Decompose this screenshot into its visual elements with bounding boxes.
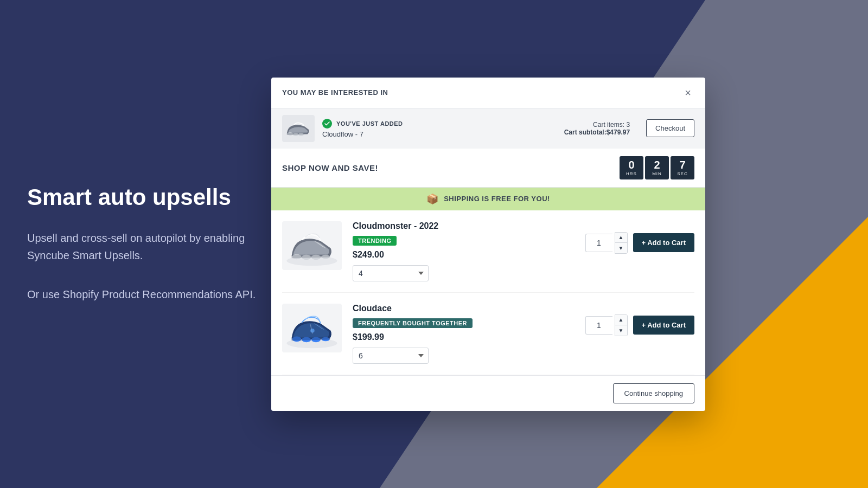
product-2-image: [282, 304, 342, 352]
check-icon: [322, 119, 332, 129]
product-1-qty-down[interactable]: ▼: [615, 243, 627, 253]
shop-save-row: SHOP NOW AND SAVE! 0 HRS 2 MIN 7 SEC: [271, 149, 705, 188]
cart-summary: Cart items: 3 Cart subtotal:$479.97: [564, 121, 630, 136]
seconds-block: 7 SEC: [671, 156, 694, 179]
modal-overlay: YOU MAY BE INTERESTED IN ×: [0, 0, 868, 488]
cart-items-label: Cart items: 3: [564, 121, 630, 129]
minutes-label: MIN: [650, 171, 663, 176]
product-1-image: [282, 221, 342, 270]
product-1-price: $249.00: [353, 250, 575, 260]
cart-subtotal-label: Cart subtotal:: [564, 129, 607, 136]
added-product-thumbnail: [282, 115, 315, 142]
cart-subtotal-value: $479.97: [607, 129, 630, 136]
product-2-details: Cloudace FREQUENTLY BOUGHT TOGETHER $199…: [353, 304, 575, 364]
modal-footer: Continue shopping: [271, 375, 705, 411]
seconds-value: 7: [676, 159, 689, 170]
product-1-actions: ▲ ▼ + Add to Cart: [585, 232, 695, 254]
product-2-qty-up[interactable]: ▲: [615, 315, 627, 325]
continue-shopping-button[interactable]: Continue shopping: [613, 383, 694, 403]
product-2-quantity-input[interactable]: [585, 316, 612, 335]
countdown-timer: 0 HRS 2 MIN 7 SEC: [620, 156, 694, 179]
product-2-quantity-stepper[interactable]: ▲ ▼: [615, 314, 628, 336]
product-row: Cloudmonster - 2022 TRENDING $249.00 4 5…: [282, 210, 694, 293]
free-shipping-banner: 📦 SHIPPING IS FREE FOR YOU!: [271, 188, 705, 210]
checkout-button[interactable]: Checkout: [646, 119, 694, 137]
you-added-label: YOU'VE JUST ADDED: [336, 120, 403, 127]
product-2-variant-select[interactable]: 6 7 8 9 10: [353, 348, 429, 364]
added-product-name: Cloudflow - 7: [322, 130, 557, 138]
product-2-actions: ▲ ▼ + Add to Cart: [585, 314, 695, 336]
shipping-icon: 📦: [426, 193, 438, 205]
products-list: Cloudmonster - 2022 TRENDING $249.00 4 5…: [271, 210, 705, 375]
seconds-label: SEC: [676, 171, 689, 176]
close-button[interactable]: ×: [681, 86, 694, 99]
product-1-name: Cloudmonster - 2022: [353, 221, 575, 231]
cloudace-image: [283, 305, 341, 351]
product-2-badge: FREQUENTLY BOUGHT TOGETHER: [353, 318, 473, 328]
product-1-details: Cloudmonster - 2022 TRENDING $249.00 4 5…: [353, 221, 575, 281]
cart-subtotal: Cart subtotal:$479.97: [564, 129, 630, 136]
product-1-badge: TRENDING: [353, 236, 397, 246]
product-2-name: Cloudace: [353, 304, 575, 313]
modal-title: YOU MAY BE INTERESTED IN: [282, 88, 388, 97]
added-banner: YOU'VE JUST ADDED Cloudflow - 7 Cart ite…: [271, 108, 705, 149]
hours-block: 0 HRS: [620, 156, 643, 179]
you-added-row: YOU'VE JUST ADDED: [322, 119, 557, 129]
minutes-value: 2: [650, 159, 663, 170]
product-1-quantity-stepper[interactable]: ▲ ▼: [615, 232, 628, 254]
cloudflow-thumbnail-image: [283, 117, 314, 140]
product-1-variant-select[interactable]: 4 5 6 7 8: [353, 265, 429, 281]
svg-point-14: [310, 328, 314, 332]
product-1-add-to-cart-button[interactable]: + Add to Cart: [633, 233, 695, 252]
shop-save-text: SHOP NOW AND SAVE!: [282, 163, 378, 172]
shipping-text: SHIPPING IS FREE FOR YOU!: [444, 195, 550, 203]
product-2-price: $199.99: [353, 332, 575, 342]
modal-header: YOU MAY BE INTERESTED IN ×: [271, 78, 705, 108]
cloudmonster-image: [283, 223, 341, 268]
hours-value: 0: [625, 159, 638, 170]
hours-label: HRS: [625, 171, 638, 176]
product-1-quantity-input[interactable]: [585, 234, 612, 252]
minutes-block: 2 MIN: [645, 156, 669, 179]
product-1-qty-up[interactable]: ▲: [615, 233, 627, 243]
product-2-add-to-cart-button[interactable]: + Add to Cart: [633, 316, 695, 335]
modal: YOU MAY BE INTERESTED IN ×: [271, 78, 705, 411]
added-product-info: YOU'VE JUST ADDED Cloudflow - 7: [322, 119, 557, 138]
product-2-qty-down[interactable]: ▼: [615, 325, 627, 336]
product-row: Cloudace FREQUENTLY BOUGHT TOGETHER $199…: [282, 293, 694, 375]
